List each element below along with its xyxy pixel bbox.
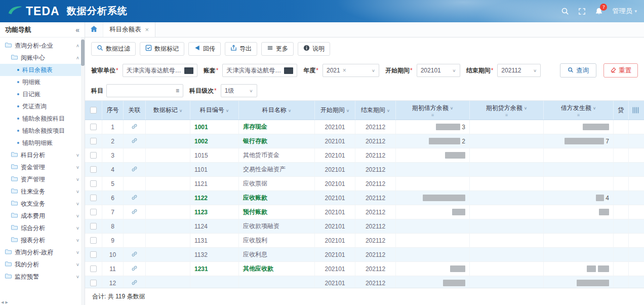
sidebar-item-14[interactable]: 成本费用∨ bbox=[0, 210, 85, 222]
subject-input[interactable]: ≡ bbox=[106, 84, 183, 97]
col-header-start[interactable]: 开始期间∨ bbox=[315, 101, 355, 120]
column-settings-icon[interactable] bbox=[629, 101, 642, 120]
sort-caret-icon[interactable]: ∨ bbox=[288, 108, 292, 112]
send-back-button[interactable]: 回传 bbox=[188, 42, 221, 56]
row-checkbox[interactable] bbox=[90, 209, 97, 215]
sidebar-scrollbar[interactable] bbox=[81, 37, 85, 305]
col-header-link[interactable]: 关联 bbox=[124, 101, 146, 120]
sidebar-hscroll-arrows[interactable]: ◀ ▶ bbox=[1, 300, 8, 304]
end-period-select[interactable]: 202112 ∨ bbox=[497, 64, 541, 77]
sort-caret-icon[interactable]: ∨ bbox=[450, 106, 454, 110]
col-header-dr[interactable]: 借方发生额∨≡ bbox=[544, 101, 614, 120]
col-header-code[interactable]: 科目编号∨ bbox=[190, 101, 239, 120]
data-filter-button[interactable]: 数据过滤 bbox=[91, 42, 136, 56]
query-button[interactable]: 查询 bbox=[560, 63, 596, 78]
search-icon[interactable] bbox=[561, 7, 569, 15]
column-sum-icon[interactable]: ≡ bbox=[431, 113, 434, 117]
table-row[interactable]: 51121应收票据202101202112 bbox=[85, 177, 644, 191]
fullscreen-icon[interactable] bbox=[578, 8, 586, 15]
row-checkbox[interactable] bbox=[90, 265, 97, 272]
row-checkbox[interactable] bbox=[90, 152, 97, 159]
col-header-name[interactable]: 科目名称∨ bbox=[239, 101, 315, 120]
help-button[interactable]: 说明 bbox=[298, 42, 330, 56]
row-checkbox[interactable] bbox=[90, 251, 97, 258]
subject-level-select[interactable]: 1级 ∨ bbox=[221, 84, 257, 97]
home-tab-button[interactable] bbox=[85, 22, 103, 37]
row-checkbox[interactable] bbox=[90, 195, 97, 201]
close-tab-icon[interactable]: × bbox=[145, 26, 149, 33]
col-header-cr[interactable]: 贷 bbox=[614, 101, 629, 120]
sidebar-item-19[interactable]: 监控预警∨ bbox=[0, 271, 85, 283]
sidebar-item-12[interactable]: 往来业务∨ bbox=[0, 185, 85, 198]
table-row[interactable]: 41101交易性金融资产202101202112 bbox=[85, 163, 644, 177]
sidebar-item-18[interactable]: 我的分析∨ bbox=[0, 258, 85, 271]
sidebar-item-17[interactable]: 查询分析-政府∨ bbox=[0, 246, 85, 258]
table-row[interactable]: 111231其他应收款202101202112 bbox=[85, 262, 644, 276]
link-icon[interactable] bbox=[131, 279, 138, 287]
sidebar-item-10[interactable]: 资金管理∨ bbox=[0, 161, 85, 173]
select-all-checkbox[interactable] bbox=[90, 107, 97, 113]
sort-caret-icon[interactable]: ∨ bbox=[179, 108, 183, 112]
sidebar-item-9[interactable]: 科目分析∨ bbox=[0, 149, 85, 161]
year-select[interactable]: 2021 × ∨ bbox=[323, 64, 379, 77]
notification-bell-icon[interactable]: 7 bbox=[595, 7, 603, 16]
link-icon[interactable] bbox=[131, 123, 138, 131]
sidebar-item-4[interactable]: 日记账 bbox=[0, 88, 85, 100]
remove-tag-icon[interactable]: × bbox=[343, 67, 346, 74]
link-icon[interactable] bbox=[131, 208, 138, 216]
row-checkbox[interactable] bbox=[90, 180, 97, 187]
sort-caret-icon[interactable]: ∨ bbox=[387, 108, 390, 112]
tab-subject-balance[interactable]: 科目余额表 × bbox=[103, 22, 155, 37]
table-row[interactable]: 101132应收利息202101202112 bbox=[85, 248, 644, 262]
row-checkbox[interactable] bbox=[90, 223, 97, 230]
user-menu[interactable]: 管理员 ▾ bbox=[612, 7, 637, 16]
sidebar-collapse-icon[interactable]: « bbox=[75, 26, 79, 34]
table-row[interactable]: 71123预付账款202101202112 bbox=[85, 205, 644, 219]
sidebar-item-11[interactable]: 资产管理∨ bbox=[0, 173, 85, 185]
link-icon[interactable] bbox=[131, 194, 138, 202]
sidebar-item-7[interactable]: 辅助余额按项目 bbox=[0, 125, 85, 137]
col-header-seq[interactable]: 序号 bbox=[102, 101, 124, 120]
col-header-end[interactable]: 结束期间∨ bbox=[355, 101, 396, 120]
table-row[interactable]: 11001库存现金2021012021123 bbox=[85, 120, 644, 134]
col-header-ob[interactable]: 期初借方余额∨≡ bbox=[396, 101, 470, 120]
sidebar-item-2[interactable]: 科目余额表 bbox=[0, 64, 85, 76]
column-sum-icon[interactable]: ≡ bbox=[577, 113, 580, 117]
col-header-cb[interactable] bbox=[85, 101, 102, 120]
table-row[interactable]: 61122应收账款2021012021124 bbox=[85, 191, 644, 205]
reset-button[interactable]: 重置 bbox=[603, 63, 638, 78]
ledger-input[interactable]: 天津滨海泰达航母旅游集团 bbox=[222, 64, 297, 77]
link-icon[interactable] bbox=[131, 137, 138, 145]
start-period-select[interactable]: 202101 ∨ bbox=[417, 64, 460, 77]
sidebar-item-5[interactable]: 凭证查询 bbox=[0, 100, 85, 112]
sidebar-item-15[interactable]: 综合分析∨ bbox=[0, 222, 85, 234]
table-row[interactable]: 21002银行存款20210120211227 bbox=[85, 134, 644, 148]
sidebar-item-0[interactable]: 查询分析-企业∧ bbox=[0, 40, 85, 52]
link-icon[interactable] bbox=[131, 265, 138, 273]
link-icon[interactable] bbox=[131, 251, 138, 259]
sort-caret-icon[interactable]: ∨ bbox=[593, 106, 596, 110]
row-checkbox[interactable] bbox=[90, 237, 97, 244]
sort-caret-icon[interactable]: ∨ bbox=[226, 108, 229, 112]
sort-caret-icon[interactable]: ∨ bbox=[346, 108, 350, 112]
sort-caret-icon[interactable]: ∨ bbox=[524, 106, 528, 110]
sidebar-item-8[interactable]: 辅助明细账 bbox=[0, 137, 85, 149]
column-sum-icon[interactable]: ≡ bbox=[505, 113, 508, 117]
more-button[interactable]: 更多 bbox=[261, 42, 294, 56]
table-row[interactable]: 81124应收款项融资202101202112 bbox=[85, 219, 644, 234]
row-checkbox[interactable] bbox=[90, 166, 97, 173]
sidebar-item-1[interactable]: 阅账中心∧ bbox=[0, 52, 85, 64]
col-header-oc[interactable]: 期初贷方余额∨≡ bbox=[470, 101, 544, 120]
sidebar-item-13[interactable]: 收支业务∨ bbox=[0, 198, 85, 210]
scroll-left-icon[interactable]: ◀ bbox=[1, 300, 4, 304]
sidebar-item-16[interactable]: 报表分析∨ bbox=[0, 234, 85, 246]
sidebar-item-3[interactable]: 明细账 bbox=[0, 76, 85, 88]
sidebar-scroll-thumb[interactable] bbox=[81, 40, 85, 66]
scroll-right-icon[interactable]: ▶ bbox=[5, 300, 8, 304]
table-row[interactable]: 91131应收股利202101202112 bbox=[85, 234, 644, 248]
row-checkbox[interactable] bbox=[90, 280, 97, 286]
subject-picker-icon[interactable]: ≡ bbox=[173, 87, 179, 94]
export-button[interactable]: 导出 bbox=[225, 42, 257, 56]
table-row[interactable]: 31015其他货币资金202101202112 bbox=[85, 148, 644, 163]
sidebar-item-6[interactable]: 辅助余额按科目 bbox=[0, 112, 85, 125]
